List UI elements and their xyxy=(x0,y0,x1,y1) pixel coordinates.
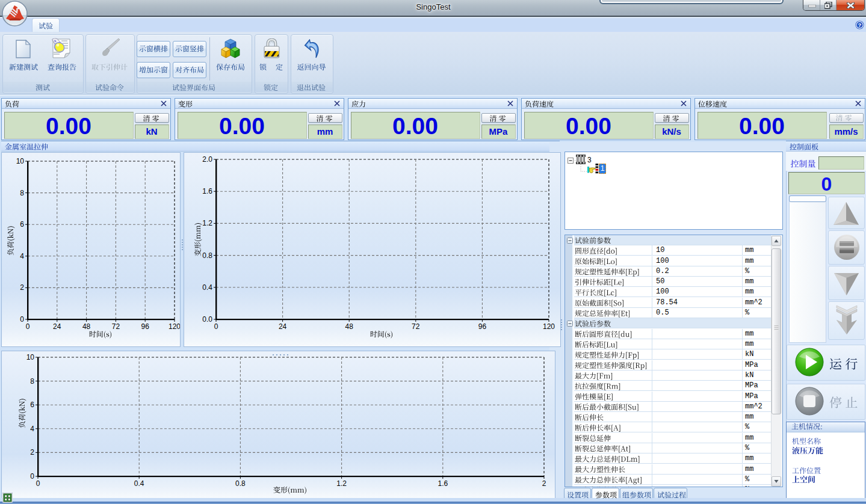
svg-text:24: 24 xyxy=(279,322,287,331)
svg-text:24: 24 xyxy=(53,322,61,331)
svg-text:120: 120 xyxy=(543,322,555,331)
svg-text:0: 0 xyxy=(30,472,34,481)
svg-text:1.2: 1.2 xyxy=(336,479,347,488)
svg-text:6: 6 xyxy=(20,220,24,229)
svg-text:0.8: 0.8 xyxy=(235,479,246,488)
svg-text:1.6: 1.6 xyxy=(202,187,212,195)
svg-text:0.4: 0.4 xyxy=(134,479,144,488)
svg-text:0: 0 xyxy=(214,322,218,331)
svg-text:72: 72 xyxy=(112,322,120,331)
svg-text:96: 96 xyxy=(478,322,487,331)
svg-text:6: 6 xyxy=(30,401,34,409)
svg-text:48: 48 xyxy=(82,322,91,331)
svg-text:0.0: 0.0 xyxy=(202,315,212,324)
svg-text:4: 4 xyxy=(20,252,24,260)
svg-text:4: 4 xyxy=(30,425,34,433)
svg-text:8: 8 xyxy=(20,189,24,197)
svg-text:10: 10 xyxy=(16,157,25,165)
svg-text:48: 48 xyxy=(345,322,354,331)
svg-text:1.2: 1.2 xyxy=(202,219,212,227)
svg-text:72: 72 xyxy=(412,322,420,331)
svg-text:0.4: 0.4 xyxy=(202,283,212,292)
svg-text:2: 2 xyxy=(20,283,24,292)
svg-text:8: 8 xyxy=(30,377,34,386)
svg-text:1.6: 1.6 xyxy=(438,479,448,488)
svg-text:96: 96 xyxy=(141,322,150,331)
svg-text:?: ? xyxy=(858,22,862,28)
svg-text:0: 0 xyxy=(20,315,24,324)
svg-text:0.8: 0.8 xyxy=(202,251,212,260)
svg-text:2.0: 2.0 xyxy=(202,155,212,164)
svg-text:2: 2 xyxy=(542,479,546,488)
svg-text:0: 0 xyxy=(36,479,40,488)
svg-text:2: 2 xyxy=(30,448,34,456)
svg-text:0: 0 xyxy=(26,322,30,331)
svg-text:120: 120 xyxy=(169,322,181,331)
